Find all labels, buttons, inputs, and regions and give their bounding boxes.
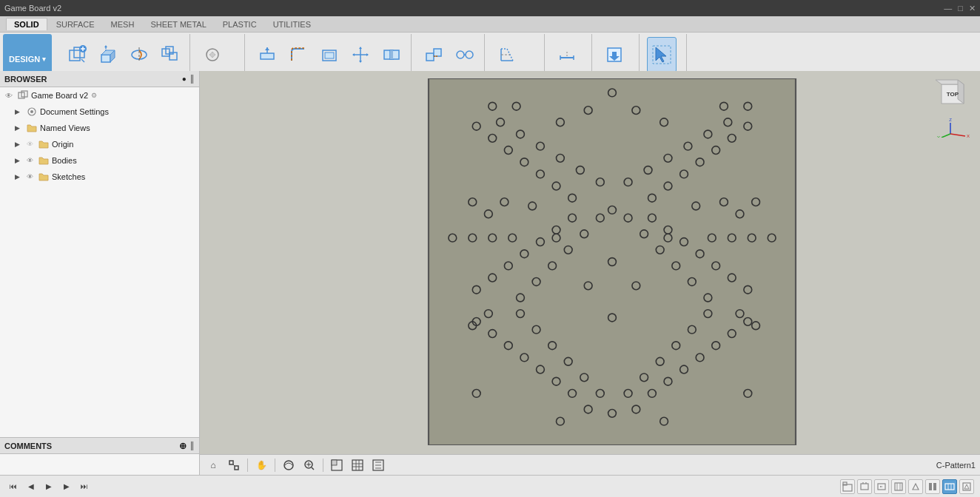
new-component-button[interactable]	[62, 37, 92, 72]
select-button[interactable]	[647, 37, 677, 72]
automate-tools	[198, 36, 227, 74]
comments-header: COMMENTS ⊕ ║	[0, 438, 199, 454]
step-forward-button[interactable]: ▶	[59, 479, 74, 494]
tab-sheet-metal[interactable]: SHEET METAL	[143, 18, 213, 30]
tree-item-doc-settings[interactable]: ▶ Document Settings	[0, 104, 199, 120]
window-controls[interactable]: — □ ✕	[944, 4, 976, 13]
timeline-icon-2[interactable]	[857, 479, 872, 494]
snap-button[interactable]	[369, 456, 387, 474]
motion-link-button[interactable]	[450, 37, 480, 72]
svg-rect-33	[434, 49, 441, 56]
step-back-button[interactable]: ◀	[24, 479, 38, 494]
svg-marker-25	[359, 47, 362, 49]
svg-rect-22	[325, 53, 334, 58]
expand-sketches[interactable]: ▶	[15, 173, 24, 180]
push-pull-button[interactable]	[252, 37, 282, 72]
expand-doc-settings[interactable]: ▶	[15, 108, 24, 115]
shell-button[interactable]	[315, 37, 344, 72]
toolbar-divider-2	[275, 459, 275, 472]
svg-point-54	[30, 110, 33, 113]
folder-icon-bodies	[38, 155, 50, 166]
svg-rect-188	[229, 461, 233, 464]
visibility-icon-game-board[interactable]: 👁	[3, 89, 15, 101]
automate-icon	[202, 44, 223, 65]
tree-item-game-board[interactable]: 👁 Game Board v2 ⚙	[0, 87, 199, 104]
motion-link-icon	[454, 44, 475, 65]
svg-rect-218	[929, 483, 932, 490]
extrude-button[interactable]	[93, 37, 123, 72]
game-board-options-icon[interactable]: ⚙	[91, 92, 97, 99]
tree-item-origin[interactable]: ▶ 👁 Origin	[0, 136, 199, 152]
comments-pin-icon[interactable]: ║	[189, 442, 195, 450]
browser-collapse-icon[interactable]: ●	[182, 75, 187, 83]
automate-button[interactable]	[198, 37, 227, 72]
joint-button[interactable]	[419, 37, 449, 72]
browser-pin-icon[interactable]: ║	[189, 75, 195, 83]
playback-controls: ⏮ ◀ ▶ ▶ ⏭	[6, 479, 92, 494]
svg-marker-186	[958, 80, 964, 104]
svg-marker-27	[352, 53, 355, 56]
expand-origin[interactable]: ▶	[15, 141, 24, 148]
timeline-icon-7[interactable]	[942, 479, 957, 494]
display-mode-button[interactable]	[328, 456, 346, 474]
comments-add-icon[interactable]: ⊕	[179, 441, 187, 451]
tree-label-named-views: Named Views	[40, 124, 90, 132]
toolbar-divider-3	[323, 459, 323, 472]
visibility-icon-sketches[interactable]: 👁	[24, 171, 36, 183]
create-more-button[interactable]	[155, 37, 185, 72]
orbit-button[interactable]	[280, 456, 298, 474]
move-button[interactable]	[346, 37, 375, 72]
close-button[interactable]: ✕	[969, 4, 976, 13]
fast-forward-button[interactable]: ⏭	[77, 479, 92, 494]
tab-plastic[interactable]: PLASTIC	[215, 18, 264, 30]
tab-surface[interactable]: SURFACE	[49, 18, 102, 30]
svg-text:Y: Y	[937, 135, 940, 138]
tree-label-doc-settings: Document Settings	[40, 107, 109, 116]
timeline-icon-6[interactable]	[925, 479, 940, 494]
tree-item-sketches[interactable]: ▶ 👁 Sketches	[0, 169, 199, 185]
timeline-icon-3[interactable]	[874, 479, 889, 494]
tab-mesh[interactable]: MESH	[104, 18, 142, 30]
maximize-button[interactable]: □	[958, 4, 963, 13]
viewport-bottom-toolbar: ⌂ ✋ C-Pattern1	[200, 454, 980, 475]
zoom-button[interactable]	[301, 456, 318, 474]
pan-button[interactable]: ✋	[252, 456, 270, 474]
folder-icon-sketches	[38, 171, 50, 183]
svg-point-17	[210, 53, 215, 57]
timeline-icon-1[interactable]	[840, 479, 855, 494]
fit-to-window-button[interactable]	[225, 456, 243, 474]
revolve-button[interactable]	[124, 37, 154, 72]
mode-tabs: SOLID SURFACE MESH SHEET METAL PLASTIC U…	[0, 16, 980, 33]
svg-rect-189	[235, 466, 238, 470]
rewind-button[interactable]: ⏮	[6, 479, 21, 494]
construct-button[interactable]	[492, 37, 522, 72]
measure-button[interactable]	[552, 37, 582, 72]
tab-utilities[interactable]: UTILITIES	[266, 18, 318, 30]
minimize-button[interactable]: —	[944, 4, 952, 13]
fillet-button[interactable]	[283, 37, 313, 72]
browser-header: BROWSER ● ║	[0, 71, 199, 87]
svg-line-2	[81, 59, 84, 62]
tree-item-bodies[interactable]: ▶ 👁 Bodies	[0, 152, 199, 169]
timeline-icon-8[interactable]	[959, 479, 974, 494]
combine-button[interactable]	[377, 37, 406, 72]
svg-marker-28	[366, 53, 369, 56]
tab-solid[interactable]: SOLID	[6, 18, 47, 30]
play-button[interactable]: ▶	[41, 479, 56, 494]
view-cube[interactable]: Z Y X TOP	[928, 78, 973, 138]
timeline-icon-4[interactable]	[891, 479, 906, 494]
tree-label-bodies: Bodies	[52, 156, 77, 165]
insert-button[interactable]	[600, 37, 629, 72]
visibility-icon-bodies[interactable]: 👁	[24, 155, 36, 166]
visibility-icon-origin[interactable]: 👁	[24, 138, 36, 150]
home-view-button[interactable]: ⌂	[204, 456, 222, 474]
expand-named-views[interactable]: ▶	[15, 124, 24, 132]
gear-icon-doc-settings	[26, 106, 38, 118]
canvas-area[interactable]	[259, 78, 965, 445]
grid-button[interactable]	[349, 456, 366, 474]
tree-item-named-views[interactable]: ▶ Named Views	[0, 120, 199, 136]
svg-text:Z: Z	[949, 118, 952, 122]
expand-bodies[interactable]: ▶	[15, 157, 24, 164]
joint-icon	[423, 44, 444, 65]
timeline-icon-5[interactable]	[908, 479, 923, 494]
